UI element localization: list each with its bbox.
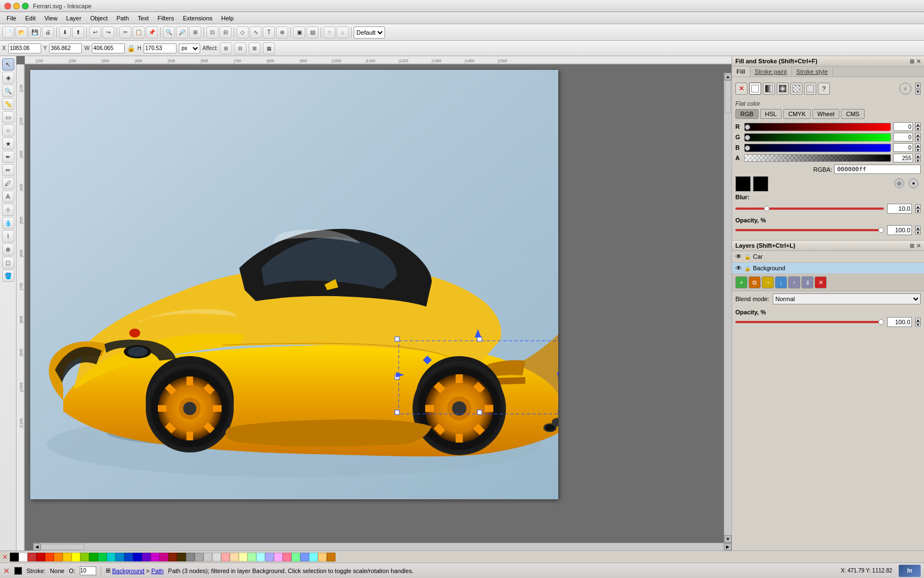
layer-opacity-up[interactable]: ▲ <box>915 318 921 322</box>
x-input[interactable] <box>8 43 41 53</box>
paste-button[interactable]: 📌 <box>146 26 158 39</box>
b-up[interactable]: ▲ <box>915 143 921 148</box>
print-button[interactable]: 🖨 <box>42 26 54 39</box>
blur-slider[interactable] <box>735 208 884 210</box>
eraser-tool[interactable]: ◻ <box>2 257 14 269</box>
palette-color-green[interactable] <box>89 553 98 561</box>
zoom-in-button[interactable]: 🔍 <box>163 26 175 39</box>
palette-color-periwinkle[interactable] <box>300 553 309 561</box>
raise-layer-btn[interactable]: ↑ <box>788 276 800 288</box>
y-input[interactable] <box>49 43 82 53</box>
no-fill-icon[interactable]: ✕ <box>3 566 10 575</box>
paint-bucket-tool[interactable]: 🪣 <box>2 270 14 282</box>
tab-stroke-paint[interactable]: Stroke paint <box>750 67 792 77</box>
import-button[interactable]: ⬇ <box>59 26 71 39</box>
linear-grad-btn[interactable] <box>763 83 775 95</box>
palette-color-gray[interactable] <box>186 553 195 561</box>
affect-sel-btn[interactable]: ⊟ <box>234 42 246 54</box>
palette-color-blue-lightest[interactable] <box>265 553 274 561</box>
color-preview-button[interactable]: ○ <box>899 83 911 95</box>
palette-color-cyan[interactable] <box>107 553 116 561</box>
layer-opacity-down[interactable]: ▼ <box>915 322 921 326</box>
b-down[interactable]: ▼ <box>915 148 921 152</box>
export-button[interactable]: ⬆ <box>72 26 84 39</box>
palette-color-purple[interactable] <box>142 553 151 561</box>
open-button[interactable]: 📂 <box>15 26 28 39</box>
layer-opacity-slider[interactable] <box>735 321 884 323</box>
palette-color-gray-lightest[interactable] <box>212 553 221 561</box>
palette-color-amber[interactable] <box>327 553 336 561</box>
palette-color-gold[interactable] <box>318 553 327 561</box>
affect-vis-btn[interactable]: ▦ <box>263 42 275 54</box>
blur-down[interactable]: ▼ <box>915 209 921 213</box>
r-down[interactable]: ▼ <box>915 127 921 131</box>
tab-fill[interactable]: Fill <box>732 67 750 77</box>
palette-color-magenta[interactable] <box>151 553 160 561</box>
lock-proportions-icon[interactable]: 🔒 <box>127 45 135 52</box>
palette-color-pink-light[interactable] <box>221 553 230 561</box>
canvas-area[interactable]: |100 |200 |300 |400 |500 |600 |700 |800 … <box>16 56 732 550</box>
minimize-button[interactable] <box>13 3 20 9</box>
menu-layer[interactable]: Layer <box>62 14 86 23</box>
canvas-content[interactable]: ▲ ▼ ◀ ▶ <box>25 64 732 550</box>
rect-tool[interactable]: ▭ <box>2 111 14 123</box>
calligraphy-tool[interactable]: 🖊 <box>2 177 14 189</box>
palette-color-gray-lighter[interactable] <box>204 553 212 561</box>
palette-color-mint[interactable] <box>292 553 300 561</box>
blur-input[interactable]: 10.0 <box>887 204 912 214</box>
zoom-out-button[interactable]: 🔎 <box>176 26 188 39</box>
bg-visibility-icon[interactable]: 👁 <box>735 264 742 272</box>
r-input[interactable]: 0 <box>893 122 913 131</box>
text-tool-btn[interactable]: T <box>263 26 275 39</box>
layer-opacity-input[interactable]: 100.0 <box>887 317 912 327</box>
palette-color-aqua[interactable] <box>309 553 318 561</box>
palette-color-orange[interactable] <box>54 553 63 561</box>
layer-row-car[interactable]: 👁 🔒 Car <box>732 251 924 263</box>
ungroup-button[interactable]: ▤ <box>306 26 318 39</box>
radial-grad-btn[interactable] <box>777 83 789 95</box>
menu-help[interactable]: Help <box>217 14 238 23</box>
g-up[interactable]: ▲ <box>915 133 921 137</box>
star-tool[interactable]: ★ <box>2 138 14 150</box>
duplicate-layer-btn[interactable]: ⧉ <box>749 276 761 288</box>
zoom-tool[interactable]: 🔍 <box>2 85 14 97</box>
palette-color-blue[interactable] <box>124 553 133 561</box>
layers-header[interactable]: Layers (Shift+Ctrl+L) ⊞ ✕ <box>732 241 924 251</box>
spray-tool[interactable]: ⊕ <box>2 243 14 255</box>
layer-to-btn[interactable]: → <box>762 276 774 288</box>
palette-color-rose[interactable] <box>283 553 292 561</box>
maximize-button[interactable] <box>22 3 29 9</box>
horizontal-scrollbar[interactable]: ◀ ▶ <box>33 543 732 550</box>
g-input[interactable]: 0 <box>893 133 913 141</box>
bezier-button[interactable]: ∿ <box>250 26 262 39</box>
palette-color-white[interactable] <box>19 553 28 561</box>
lower-button[interactable]: ↓ <box>337 26 349 39</box>
group-button[interactable]: ▣ <box>293 26 305 39</box>
palette-color-red2[interactable] <box>36 553 45 561</box>
blend-mode-select[interactable]: Normal Multiply Screen Overlay <box>773 293 921 304</box>
bg-lock-icon[interactable]: 🔒 <box>744 265 751 271</box>
redo-button[interactable]: ↪ <box>102 26 114 39</box>
palette-color-brown[interactable] <box>168 553 177 561</box>
pattern-btn[interactable] <box>790 83 802 95</box>
opacity-input[interactable]: 100.0 <box>887 225 912 235</box>
unit-select[interactable]: pxmmin <box>179 43 200 53</box>
opacity-up[interactable]: ▲ <box>915 226 921 230</box>
palette-color-lime[interactable] <box>80 553 89 561</box>
car-lock-icon[interactable]: 🔒 <box>744 254 751 260</box>
h-input[interactable] <box>144 43 177 53</box>
breadcrumb-path[interactable]: Path <box>151 568 164 574</box>
undo-button[interactable]: ↩ <box>89 26 101 39</box>
palette-color-black[interactable] <box>10 553 19 561</box>
opacity-down[interactable]: ▼ <box>915 230 921 235</box>
palette-color-orange-red[interactable] <box>45 553 54 561</box>
palette-color-brown-dark[interactable] <box>177 553 186 561</box>
palette-color-red[interactable] <box>28 553 36 561</box>
rgba-input[interactable]: 000000ff <box>834 165 921 174</box>
g-slider[interactable] <box>745 134 890 141</box>
measure-tool[interactable]: 📏 <box>2 98 14 110</box>
menu-edit[interactable]: Edit <box>21 14 40 23</box>
layers-float-icon[interactable]: ⊞ <box>910 243 914 249</box>
affect-geo-btn[interactable]: ⊠ <box>249 42 261 54</box>
menu-text[interactable]: Text <box>133 14 153 23</box>
